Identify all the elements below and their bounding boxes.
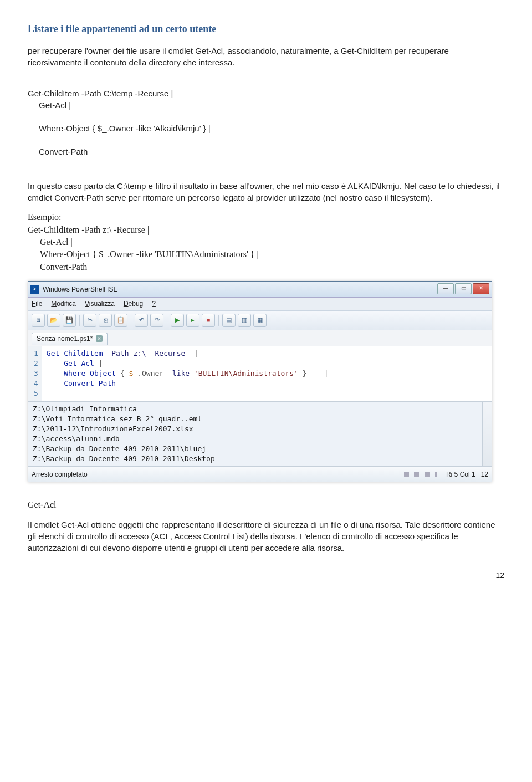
separator	[131, 315, 131, 326]
token: |	[94, 359, 103, 367]
close-tab-icon[interactable]: ✕	[96, 335, 103, 342]
intro-paragraph: per recuperare l'owner dei file usare il…	[28, 45, 504, 68]
token: Convert-Path	[64, 379, 116, 387]
close-button[interactable]: ✕	[473, 283, 489, 294]
getacl-paragraph: Il cmdlet Get-Acl ottiene oggetti che ra…	[28, 519, 504, 554]
token: }	[298, 369, 324, 377]
page-heading: Listare i file appartenenti ad un certo …	[28, 22, 504, 36]
run-selection-icon[interactable]: ▸	[186, 314, 200, 327]
open-icon[interactable]: 📂	[47, 314, 60, 327]
code-sample-1: Get-ChildItem -Path C:\temp -Recurse | G…	[28, 76, 504, 169]
token: $_	[129, 369, 138, 377]
layout-icon[interactable]: ▥	[238, 314, 251, 327]
powershell-ise-window: Windows PowerShell ISE — ▭ ✕ File Modifi…	[28, 281, 492, 482]
save-icon[interactable]: 💾	[63, 314, 76, 327]
status-text: Arresto completato	[32, 470, 88, 479]
example-label: Esempio:	[28, 212, 61, 222]
token: Get-ChildItem	[47, 349, 103, 357]
menu-modifica[interactable]: Modifica	[51, 299, 76, 309]
token: -like	[168, 369, 190, 377]
token: z:\	[133, 349, 146, 357]
separator	[167, 315, 167, 326]
code-area[interactable]: Get-ChildItem -Path z:\ -Recurse | Get-A…	[42, 346, 492, 401]
code-line: Where-Object { $_.Owner -like 'BUILTIN\A…	[28, 248, 504, 260]
copy-icon[interactable]: ⎘	[99, 314, 112, 327]
output-line: Z:\2011-12\IntroduzioneExcel2007.xlsx	[33, 425, 193, 433]
code-line: Convert-Path	[28, 146, 504, 157]
stop-icon[interactable]: ■	[202, 314, 215, 327]
explain-paragraph: In questo caso parto da C:\temp e filtro…	[28, 180, 504, 203]
run-icon[interactable]: ▶	[171, 314, 184, 327]
token: Get-Acl	[64, 359, 94, 367]
scrollbar[interactable]	[482, 402, 492, 466]
code-line: Get-ChildItem -Path C:\temp -Recurse |	[28, 89, 173, 98]
output-pane[interactable]: Z:\Olimpiadi Informatica Z:\Voti Informa…	[28, 401, 492, 467]
statusbar: Arresto completato Ri 5 Col 1 12	[28, 467, 492, 482]
separator	[218, 315, 219, 326]
grip-icon	[404, 472, 437, 477]
code-line: Get-Acl |	[28, 236, 504, 248]
token: Where-Object	[64, 369, 116, 377]
paste-icon[interactable]: 📋	[114, 314, 127, 327]
menu-file[interactable]: File	[32, 299, 42, 309]
line-gutter: 1 2 3 4 5	[28, 346, 42, 401]
titlebar[interactable]: Windows PowerShell ISE — ▭ ✕	[28, 282, 492, 298]
menu-visualizza[interactable]: Visualizza	[85, 299, 115, 309]
token: .Owner	[137, 369, 168, 377]
file-tab-label: Senza nome1.ps1*	[37, 334, 93, 344]
layout-icon[interactable]: ▤	[222, 314, 236, 327]
redo-icon[interactable]: ↷	[150, 314, 163, 327]
output-line: Z:\Backup da Docente 409-2010-2011\Deskt…	[33, 454, 215, 463]
cursor-position: Ri 5 Col 1	[446, 470, 475, 479]
token: 'BUILTIN\Administrators'	[190, 369, 298, 377]
menu-debug[interactable]: Debug	[124, 299, 143, 309]
cut-icon[interactable]: ✂	[83, 314, 96, 327]
powershell-icon	[30, 285, 39, 294]
output-line: Z:\Backup da Docente 409-2010-2011\bluej	[33, 444, 206, 453]
layout-icon[interactable]: ▦	[253, 314, 267, 327]
token: |	[324, 369, 329, 377]
token: -Recurse	[146, 349, 194, 357]
code-line: Where-Object { $_.Owner -like 'Alkaid\ik…	[28, 122, 504, 134]
output-line: Z:\Olimpiadi Informatica	[33, 405, 137, 413]
code-line: Convert-Path	[28, 261, 504, 273]
script-editor[interactable]: 1 2 3 4 5 Get-ChildItem -Path z:\ -Recur…	[28, 346, 492, 401]
output-line: Z:\Voti Informatica sez B 2° quadr..eml	[33, 415, 202, 423]
token: {	[116, 369, 129, 377]
toolbar: 🗎 📂 💾 ✂ ⎘ 📋 ↶ ↷ ▶ ▸ ■ ▤ ▥ ▦	[28, 311, 492, 330]
section-heading: Get-Acl	[28, 499, 504, 511]
menu-help[interactable]: ?	[152, 299, 156, 309]
undo-icon[interactable]: ↶	[135, 314, 148, 327]
token: |	[194, 349, 198, 357]
page-number: 12	[28, 570, 504, 581]
zoom-level: 12	[481, 470, 488, 479]
token: -Path	[103, 349, 134, 357]
maximize-button[interactable]: ▭	[455, 283, 472, 294]
code-line: Get-ChildItem -Path z:\ -Recurse |	[28, 225, 149, 234]
output-line: Z:\access\alunni.mdb	[33, 435, 120, 443]
code-line: Get-Acl |	[28, 99, 504, 111]
menubar: File Modifica Visualizza Debug ?	[28, 298, 492, 311]
separator	[79, 315, 80, 326]
example-block: Esempio: Get-ChildItem -Path z:\ -Recurs…	[28, 211, 504, 273]
tabstrip: Senza nome1.ps1* ✕	[28, 330, 492, 346]
window-title: Windows PowerShell ISE	[43, 285, 117, 294]
new-icon[interactable]: 🗎	[32, 314, 45, 327]
minimize-button[interactable]: —	[437, 283, 454, 294]
file-tab[interactable]: Senza nome1.ps1* ✕	[32, 333, 108, 345]
